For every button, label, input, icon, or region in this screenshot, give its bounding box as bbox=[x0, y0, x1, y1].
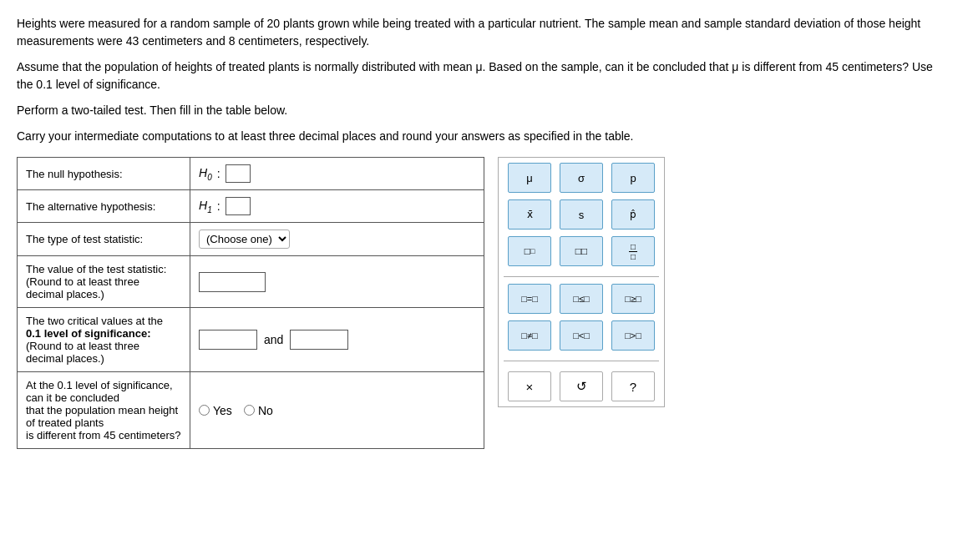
conclusion-row: At the 0.1 level of significance, can it… bbox=[18, 372, 484, 449]
sigma-button[interactable]: σ bbox=[560, 163, 603, 193]
paragraph-2: Assume that the population of heights of… bbox=[17, 58, 946, 93]
conclusion-label-line2: that the population mean height of treat… bbox=[26, 404, 178, 429]
conclusion-label-line3: is different from 45 centimeters? bbox=[26, 429, 180, 441]
alt-h-sub: 1 bbox=[207, 204, 212, 214]
fraction-button[interactable]: □ □ bbox=[611, 236, 655, 266]
test-statistic-type-label: The type of test statistic: bbox=[18, 223, 190, 256]
geq-button[interactable]: □≥□ bbox=[611, 284, 655, 314]
table-section: The null hypothesis: H0 : The alternativ… bbox=[17, 157, 484, 449]
test-stat-label-line1: The value of the test statistic: bbox=[26, 263, 166, 275]
alt-hypothesis-input-cell: H1 : bbox=[190, 190, 484, 223]
critical-label-line3: (Round to at least three bbox=[26, 340, 139, 352]
p-button[interactable]: p bbox=[611, 163, 655, 193]
null-h-symbol: H0 bbox=[199, 166, 212, 182]
test-statistic-value-input-cell bbox=[190, 256, 484, 308]
hypothesis-table: The null hypothesis: H0 : The alternativ… bbox=[17, 157, 484, 449]
null-hypothesis-row: The null hypothesis: H0 : bbox=[18, 158, 484, 190]
critical-value-2-input[interactable] bbox=[290, 330, 348, 350]
critical-label-line1: The two critical values at the bbox=[26, 315, 163, 327]
and-label: and bbox=[264, 333, 283, 346]
xbar-button[interactable]: x̄ bbox=[508, 199, 551, 230]
action-row: × ↺ ? bbox=[504, 371, 659, 401]
critical-values-row: The two critical values at the 0.1 level… bbox=[18, 308, 484, 372]
alt-h-symbol: H1 bbox=[199, 199, 212, 214]
no-label[interactable]: No bbox=[244, 404, 273, 417]
equals-button[interactable]: □=□ bbox=[508, 284, 551, 314]
test-statistic-value-row: The value of the test statistic: (Round … bbox=[18, 256, 484, 308]
symbol-panel: μ σ p x̄ s p̂ □□ □□ □ □ □=□ □≤□ □≥□ bbox=[498, 157, 665, 407]
main-layout: The null hypothesis: H0 : The alternativ… bbox=[17, 157, 946, 449]
symbol-row-4: □=□ □≤□ □≥□ bbox=[504, 284, 659, 314]
test-statistic-value-label: The value of the test statistic: (Round … bbox=[18, 256, 190, 308]
symbol-divider-2 bbox=[504, 361, 659, 361]
null-hypothesis-input-cell: H0 : bbox=[190, 158, 484, 190]
null-hypothesis-row-content: H0 : bbox=[199, 164, 475, 183]
conclusion-label: At the 0.1 level of significance, can it… bbox=[18, 372, 190, 449]
critical-value-1-input[interactable] bbox=[199, 330, 257, 350]
yes-no-group: Yes No bbox=[199, 404, 475, 417]
null-hypothesis-input[interactable] bbox=[226, 164, 251, 183]
alt-hypothesis-label: The alternative hypothesis: bbox=[18, 190, 190, 223]
alt-hypothesis-row: The alternative hypothesis: H1 : bbox=[18, 190, 484, 223]
symbol-row-3: □□ □□ □ □ bbox=[504, 236, 659, 266]
no-text: No bbox=[258, 404, 273, 417]
neq-button[interactable]: □≠□ bbox=[508, 320, 551, 351]
symbol-row-2: x̄ s p̂ bbox=[504, 199, 659, 230]
critical-values-row-content: and bbox=[199, 330, 475, 350]
test-statistic-select[interactable]: (Choose one) Z t Chi-square F bbox=[199, 230, 290, 249]
test-statistic-type-input-cell: (Choose one) Z t Chi-square F bbox=[190, 223, 484, 256]
critical-values-input-cell: and bbox=[190, 308, 484, 372]
null-h-sub: 0 bbox=[207, 172, 212, 181]
conclusion-input-cell: Yes No bbox=[190, 372, 484, 449]
critical-label-line2: 0.1 level of significance: bbox=[26, 327, 151, 340]
s-button[interactable]: s bbox=[560, 199, 603, 230]
yes-radio[interactable] bbox=[199, 405, 210, 416]
alt-hypothesis-row-content: H1 : bbox=[199, 197, 475, 215]
yes-label[interactable]: Yes bbox=[199, 404, 232, 417]
symbol-row-5: □≠□ □<□ □>□ bbox=[504, 320, 659, 351]
conclusion-label-line1: At the 0.1 level of significance, can it… bbox=[26, 379, 173, 404]
clear-button[interactable]: × bbox=[508, 371, 551, 401]
mu-button[interactable]: μ bbox=[508, 163, 551, 193]
undo-button[interactable]: ↺ bbox=[560, 371, 603, 401]
lt-button[interactable]: □<□ bbox=[560, 320, 603, 351]
symbol-row-1: μ σ p bbox=[504, 163, 659, 193]
squared-button[interactable]: □□ bbox=[508, 236, 551, 266]
test-stat-label-line3: decimal places.) bbox=[26, 288, 104, 300]
no-radio[interactable] bbox=[244, 405, 255, 416]
yes-text: Yes bbox=[213, 404, 232, 417]
two-boxes-button[interactable]: □□ bbox=[560, 236, 603, 266]
symbol-divider-1 bbox=[504, 276, 659, 277]
alt-hypothesis-input[interactable] bbox=[226, 197, 251, 215]
critical-label-line4: decimal places.) bbox=[26, 352, 104, 365]
paragraph-4: Carry your intermediate computations to … bbox=[17, 128, 946, 145]
critical-values-label: The two critical values at the 0.1 level… bbox=[18, 308, 190, 372]
phat-button[interactable]: p̂ bbox=[611, 199, 655, 230]
paragraph-1: Heights were measured for a random sampl… bbox=[17, 15, 946, 50]
test-statistic-value-input[interactable] bbox=[199, 272, 266, 292]
leq-button[interactable]: □≤□ bbox=[560, 284, 603, 314]
alt-colon: : bbox=[217, 199, 220, 213]
null-hypothesis-label: The null hypothesis: bbox=[18, 158, 190, 190]
gt-button[interactable]: □>□ bbox=[611, 320, 655, 351]
paragraph-3: Perform a two-tailed test. Then fill in … bbox=[17, 102, 946, 119]
help-button[interactable]: ? bbox=[611, 371, 655, 401]
null-colon: : bbox=[217, 167, 220, 180]
test-stat-label-line2: (Round to at least three bbox=[26, 275, 139, 288]
test-statistic-type-row: The type of test statistic: (Choose one)… bbox=[18, 223, 484, 256]
